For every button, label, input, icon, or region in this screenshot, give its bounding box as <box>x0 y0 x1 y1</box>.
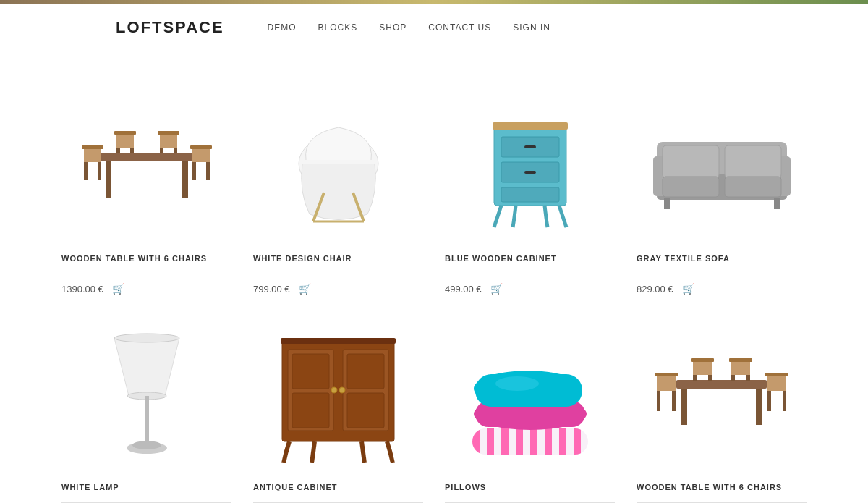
svg-rect-49 <box>292 354 329 389</box>
svg-rect-72 <box>676 380 767 389</box>
product-name-wooden-table-6-chairs: WOODEN TABLE WITH 6 CHAIRS <box>61 254 231 263</box>
nav-item-sign-in[interactable]: SIGN IN <box>513 22 550 33</box>
product-divider <box>61 274 231 274</box>
svg-rect-61 <box>501 428 509 455</box>
svg-rect-89 <box>731 375 735 381</box>
svg-rect-53 <box>347 393 384 428</box>
svg-rect-7 <box>190 145 212 149</box>
svg-rect-75 <box>655 373 678 376</box>
cart-icon-blue-wooden-cabinet[interactable]: 🛒 <box>490 283 503 295</box>
product-footer-gray-textile-sofa: 829.00 € 🛒 <box>637 283 807 295</box>
cart-icon-gray-textile-sofa[interactable]: 🛒 <box>682 283 694 295</box>
svg-rect-8 <box>192 149 210 162</box>
product-image-pillows <box>445 324 615 468</box>
product-divider <box>637 274 807 274</box>
svg-point-42 <box>114 334 179 342</box>
svg-rect-85 <box>693 375 697 381</box>
shop-main: WOODEN TABLE WITH 6 CHAIRS 1390.00 € 🛒 W… <box>0 51 868 503</box>
product-name-wooden-table-6-chairs-2: WOODEN TABLE WITH 6 CHAIRS <box>637 483 807 491</box>
svg-rect-81 <box>767 391 771 411</box>
main-nav: DEMOBLOCKSSHOPCONTACT USSIGN IN <box>268 22 550 33</box>
svg-rect-18 <box>174 148 177 153</box>
product-price-gray-textile-sofa: 829.00 € <box>637 284 673 295</box>
svg-rect-4 <box>84 149 101 162</box>
product-name-white-lamp: WHITE LAMP <box>61 483 231 491</box>
product-card-blue-wooden-cabinet: BLUE WOODEN CABINET 499.00 € 🛒 <box>434 80 626 309</box>
svg-rect-24 <box>493 122 568 130</box>
cart-icon-white-design-chair[interactable]: 🛒 <box>299 283 311 295</box>
svg-rect-12 <box>116 135 134 148</box>
product-card-pillows: PILLOWS 49.00 € 🛒 <box>434 309 626 503</box>
svg-rect-84 <box>693 362 712 375</box>
svg-rect-5 <box>84 162 88 180</box>
svg-rect-62 <box>516 428 523 455</box>
svg-rect-86 <box>708 375 712 381</box>
svg-rect-9 <box>192 162 196 180</box>
product-image-wooden-table-6-chairs <box>61 95 231 240</box>
product-card-wooden-table-6-chairs-2: WOODEN TABLE WITH 6 CHAIRS 1390.00 € 🛒 <box>626 309 817 503</box>
svg-rect-16 <box>160 135 177 148</box>
product-card-white-lamp: WHITE LAMP 69.00 € 🛒 <box>51 309 242 503</box>
svg-rect-27 <box>501 187 559 202</box>
svg-rect-13 <box>116 148 120 153</box>
product-name-antique-cabinet: ANTIQUE CABINET <box>253 483 423 491</box>
product-name-blue-wooden-cabinet: BLUE WOODEN CABINET <box>445 254 615 263</box>
product-footer-white-design-chair: 799.00 € 🛒 <box>253 283 423 295</box>
svg-rect-63 <box>530 428 537 455</box>
product-price-white-design-chair: 799.00 € <box>253 284 290 295</box>
svg-rect-0 <box>100 153 194 161</box>
svg-rect-82 <box>783 391 786 411</box>
svg-rect-77 <box>657 391 660 411</box>
svg-point-45 <box>132 441 161 449</box>
product-image-white-lamp <box>61 324 231 468</box>
nav-item-demo[interactable]: DEMO <box>268 22 297 33</box>
svg-rect-1 <box>106 161 111 198</box>
svg-rect-43 <box>145 396 149 447</box>
product-card-white-design-chair: WHITE DESIGN CHAIR 799.00 € 🛒 <box>242 80 434 309</box>
svg-rect-66 <box>574 428 581 455</box>
svg-rect-76 <box>657 376 676 391</box>
product-name-gray-textile-sofa: GRAY TEXTILE SOFA <box>637 254 807 263</box>
product-image-white-design-chair <box>253 95 423 240</box>
svg-rect-37 <box>725 177 781 197</box>
nav-item-blocks[interactable]: BLOCKS <box>318 22 358 33</box>
product-image-gray-textile-sofa <box>637 95 807 240</box>
svg-rect-52 <box>347 354 384 389</box>
svg-rect-29 <box>524 171 536 174</box>
product-name-pillows: PILLOWS <box>445 483 615 491</box>
product-divider <box>253 274 423 274</box>
svg-rect-79 <box>765 373 788 376</box>
site-logo: LOFTSPACE <box>116 18 224 37</box>
product-divider <box>445 274 615 274</box>
svg-rect-65 <box>559 428 566 455</box>
svg-rect-78 <box>672 391 676 411</box>
svg-rect-73 <box>681 389 687 425</box>
svg-rect-38 <box>664 198 670 209</box>
svg-point-55 <box>339 387 345 393</box>
svg-rect-47 <box>281 338 396 344</box>
svg-rect-3 <box>82 145 103 149</box>
svg-marker-40 <box>114 338 179 396</box>
svg-rect-59 <box>472 428 480 455</box>
product-footer-blue-wooden-cabinet: 499.00 € 🛒 <box>445 283 615 295</box>
nav-item-contact-us[interactable]: CONTACT US <box>428 22 491 33</box>
svg-rect-17 <box>160 148 163 153</box>
product-card-gray-textile-sofa: GRAY TEXTILE SOFA 829.00 € 🛒 <box>626 80 817 309</box>
svg-rect-64 <box>545 428 552 455</box>
site-header: LOFTSPACE DEMOBLOCKSSHOPCONTACT USSIGN I… <box>0 4 868 51</box>
svg-rect-2 <box>182 161 188 198</box>
svg-rect-34 <box>663 145 719 178</box>
product-image-wooden-table-6-chairs-2 <box>637 324 807 468</box>
nav-item-shop[interactable]: SHOP <box>379 22 407 33</box>
product-card-wooden-table-6-chairs: WOODEN TABLE WITH 6 CHAIRS 1390.00 € 🛒 <box>51 80 242 309</box>
svg-rect-80 <box>767 376 786 391</box>
product-price-wooden-table-6-chairs: 1390.00 € <box>61 284 103 295</box>
svg-rect-35 <box>725 145 781 178</box>
svg-rect-28 <box>524 145 536 148</box>
product-image-antique-cabinet <box>253 324 423 468</box>
svg-rect-50 <box>292 393 329 428</box>
product-name-white-design-chair: WHITE DESIGN CHAIR <box>253 254 423 263</box>
svg-point-71 <box>495 376 539 391</box>
svg-rect-88 <box>731 362 750 375</box>
cart-icon-wooden-table-6-chairs[interactable]: 🛒 <box>112 283 124 295</box>
